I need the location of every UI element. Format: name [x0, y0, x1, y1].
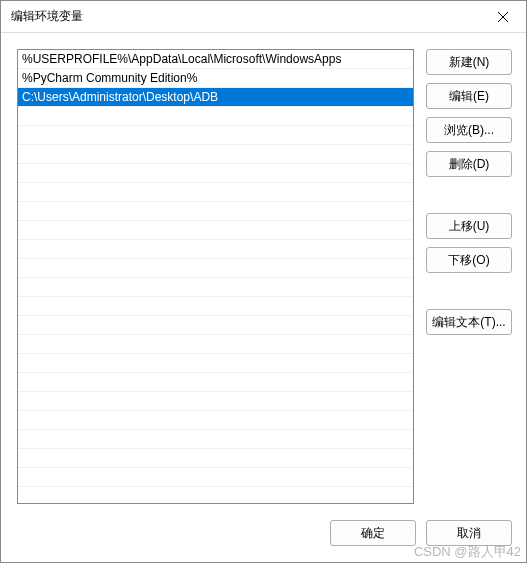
list-item-empty[interactable] [18, 202, 413, 221]
list-item-empty[interactable] [18, 240, 413, 259]
footer: 确定 取消 [1, 510, 526, 562]
content-area: %USERPROFILE%\AppData\Local\Microsoft\Wi… [1, 33, 526, 510]
list-item-empty[interactable] [18, 392, 413, 411]
cancel-button[interactable]: 取消 [426, 520, 512, 546]
list-item-empty[interactable] [18, 297, 413, 316]
dialog-window: 编辑环境变量 %USERPROFILE%\AppData\Local\Micro… [0, 0, 527, 563]
move-up-button[interactable]: 上移(U) [426, 213, 512, 239]
edit-button[interactable]: 编辑(E) [426, 83, 512, 109]
list-item-empty[interactable] [18, 126, 413, 145]
list-item-empty[interactable] [18, 354, 413, 373]
titlebar: 编辑环境变量 [1, 1, 526, 33]
button-column: 新建(N) 编辑(E) 浏览(B)... 删除(D) 上移(U) 下移(O) 编… [426, 49, 512, 504]
spacer [426, 185, 512, 205]
ok-button[interactable]: 确定 [330, 520, 416, 546]
list-item[interactable]: %PyCharm Community Edition% [18, 69, 413, 88]
list-item-empty[interactable] [18, 278, 413, 297]
list-item-empty[interactable] [18, 430, 413, 449]
browse-button[interactable]: 浏览(B)... [426, 117, 512, 143]
list-item-empty[interactable] [18, 107, 413, 126]
move-down-button[interactable]: 下移(O) [426, 247, 512, 273]
list-item-empty[interactable] [18, 449, 413, 468]
list-item-empty[interactable] [18, 411, 413, 430]
list-item-empty[interactable] [18, 183, 413, 202]
delete-button[interactable]: 删除(D) [426, 151, 512, 177]
list-item-empty[interactable] [18, 259, 413, 278]
list-item[interactable]: C:\Users\Administrator\Desktop\ADB [18, 88, 413, 107]
spacer [426, 281, 512, 301]
edit-text-button[interactable]: 编辑文本(T)... [426, 309, 512, 335]
list-item-empty[interactable] [18, 164, 413, 183]
dialog-title: 编辑环境变量 [11, 8, 83, 25]
new-button[interactable]: 新建(N) [426, 49, 512, 75]
list-item-empty[interactable] [18, 145, 413, 164]
list-item-empty[interactable] [18, 316, 413, 335]
list-item-empty[interactable] [18, 373, 413, 392]
close-icon [498, 12, 508, 22]
list-item-empty[interactable] [18, 221, 413, 240]
close-button[interactable] [480, 1, 526, 33]
path-list[interactable]: %USERPROFILE%\AppData\Local\Microsoft\Wi… [17, 49, 414, 504]
list-item-empty[interactable] [18, 468, 413, 487]
list-item-empty[interactable] [18, 335, 413, 354]
list-item[interactable]: %USERPROFILE%\AppData\Local\Microsoft\Wi… [18, 50, 413, 69]
